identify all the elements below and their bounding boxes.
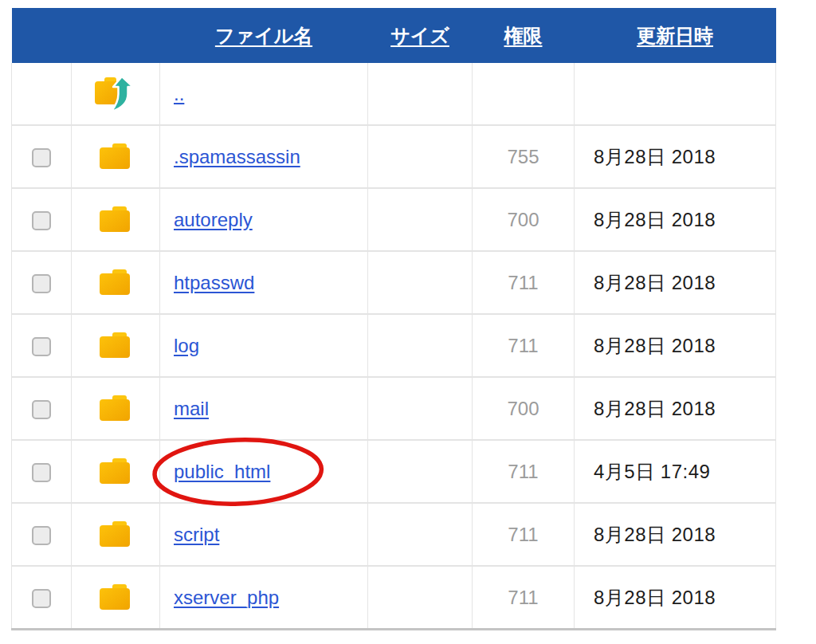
folder-icon [100,458,131,485]
permission-cell: 711 [473,314,575,377]
icon-cell [72,125,160,188]
row-checkbox[interactable] [32,148,51,167]
table-header: ファイル名 サイズ 権限 更新日時 [12,8,776,63]
folder-icon [100,521,131,548]
name-cell: htpasswd [160,251,368,314]
icon-cell [72,566,160,630]
modified-cell: 8月28日 2018 [575,125,776,188]
row-checkbox[interactable] [32,211,51,230]
table-row: mail 700 8月28日 2018 [12,377,776,440]
file-link[interactable]: log [174,335,199,356]
checkbox-cell [12,566,72,630]
checkbox-cell [12,440,72,503]
file-link[interactable]: xserver_php [174,587,279,608]
checkbox-cell [12,125,72,188]
modified-cell: 8月28日 2018 [575,566,776,630]
table-body: .. .spamassassin 755 8月28日 2018 [12,63,776,630]
table-row: xserver_php 711 8月28日 2018 [12,566,776,630]
checkbox-cell [12,63,72,125]
folder-icon [100,269,131,296]
modified-cell: 8月28日 2018 [575,503,776,566]
file-manager-page: ファイル名 サイズ 権限 更新日時 .. [0,0,816,630]
header-icon-col [72,8,160,63]
row-checkbox[interactable] [32,400,51,419]
modified-cell: 8月28日 2018 [575,377,776,440]
icon-cell [72,188,160,251]
file-link[interactable]: htpasswd [174,272,254,293]
permission-cell: 700 [473,377,575,440]
modified-cell: 8月28日 2018 [575,314,776,377]
permission-cell: 711 [473,566,575,630]
permission-cell: 711 [473,503,575,566]
icon-cell [72,314,160,377]
file-link[interactable]: public_html [174,461,270,482]
file-link[interactable]: script [174,524,219,545]
folder-icon [100,395,131,422]
row-checkbox[interactable] [32,526,51,545]
icon-cell [72,377,160,440]
permission-cell: 700 [473,188,575,251]
folder-icon [100,206,131,233]
header-filename: ファイル名 [160,8,368,63]
size-cell [368,440,473,503]
file-link[interactable]: .spamassassin [174,146,300,167]
checkbox-cell [12,377,72,440]
sort-modified-link[interactable]: 更新日時 [637,25,713,46]
header-size: サイズ [368,8,473,63]
name-cell: .. [160,63,368,125]
sort-size-link[interactable]: サイズ [390,25,449,46]
name-cell: mail [160,377,368,440]
table-row: script 711 8月28日 2018 [12,503,776,566]
permission-cell: 711 [473,251,575,314]
sort-permission-link[interactable]: 権限 [504,25,543,46]
icon-cell [72,251,160,314]
name-cell: script [160,503,368,566]
header-row: ファイル名 サイズ 権限 更新日時 [12,8,776,63]
size-cell [368,503,473,566]
header-checkbox-col [12,8,72,63]
row-checkbox[interactable] [32,589,51,608]
name-cell: xserver_php [160,566,368,630]
size-cell [368,188,473,251]
checkbox-cell [12,251,72,314]
name-cell: log [160,314,368,377]
file-table: ファイル名 サイズ 権限 更新日時 .. [11,8,776,630]
file-link[interactable]: mail [174,398,209,419]
folder-icon [100,332,131,359]
row-checkbox[interactable] [32,463,51,482]
icon-cell [72,503,160,566]
permission-cell [473,63,575,125]
table-row: autoreply 700 8月28日 2018 [12,188,776,251]
name-cell: autoreply [160,188,368,251]
size-cell [368,251,473,314]
modified-cell: 4月5日 17:49 [575,440,776,503]
checkbox-cell [12,188,72,251]
sort-filename-link[interactable]: ファイル名 [215,25,312,46]
table-row: .. [12,63,776,125]
modified-cell [575,63,776,125]
table-row: .spamassassin 755 8月28日 2018 [12,125,776,188]
header-permission: 権限 [473,8,575,63]
folder-icon [100,143,131,170]
name-cell: .spamassassin [160,125,368,188]
file-link[interactable]: .. [174,83,184,104]
size-cell [368,314,473,377]
permission-cell: 711 [473,440,575,503]
size-cell [368,566,473,630]
size-cell [368,377,473,440]
folder-icon [100,584,131,611]
checkbox-cell [12,314,72,377]
modified-cell: 8月28日 2018 [575,188,776,251]
file-link[interactable]: autoreply [174,209,253,230]
table-row: htpasswd 711 8月28日 2018 [12,251,776,314]
row-checkbox[interactable] [32,337,51,356]
size-cell [368,63,473,125]
icon-cell [72,63,160,125]
header-modified: 更新日時 [575,8,776,63]
modified-cell: 8月28日 2018 [575,251,776,314]
checkbox-cell [12,503,72,566]
size-cell [368,125,473,188]
permission-cell: 755 [473,125,575,188]
table-row: log 711 8月28日 2018 [12,314,776,377]
row-checkbox[interactable] [32,274,51,293]
